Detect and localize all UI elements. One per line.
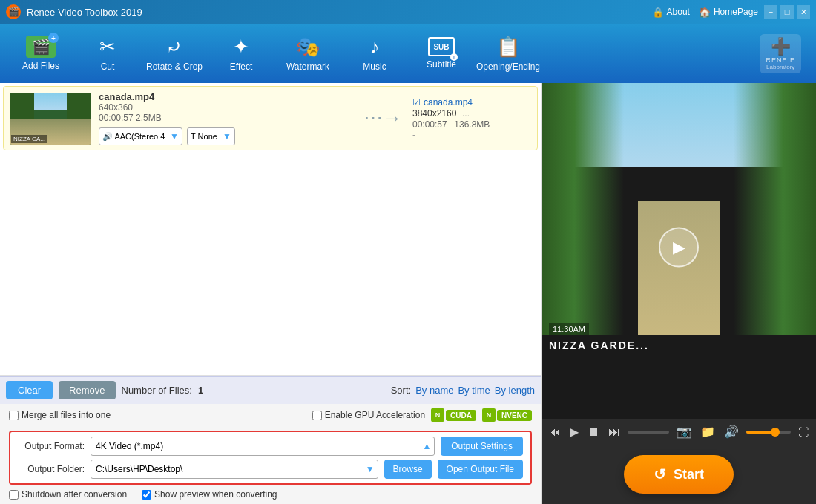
preview-checkbox-label[interactable]: Show preview when converting — [142, 489, 277, 500]
file-dims: 640x360 — [99, 102, 353, 113]
output-folder-select-wrapper: C:\Users\HP\Desktop\ ▼ — [91, 460, 378, 479]
subtitle-select[interactable]: T None — [187, 127, 235, 145]
preview-checkbox[interactable] — [142, 490, 151, 500]
audio-select[interactable]: 🔊 AAC(Stereo 4 — [99, 127, 182, 145]
toolbar-item-rotate-crop[interactable]: ⤾ Rotate & Crop — [141, 27, 208, 79]
video-play-button[interactable]: ▶ — [659, 227, 699, 267]
toolbar-label-cut: Cut — [101, 62, 115, 72]
window-controls: − □ ✕ — [764, 5, 810, 19]
cut-icon: ✂ — [99, 36, 116, 59]
toolbar-item-effect[interactable]: ✦ Effect — [208, 27, 274, 79]
video-background: ▶ 11:30AM NIZZA GARDE... — [542, 83, 816, 419]
right-panel: ▶ 11:30AM NIZZA GARDE... ⏮ ▶ ⏹ ⏭ 📷 📁 🔊 ⛶ — [542, 83, 816, 504]
thumb-label: NIZZA GA... — [11, 135, 47, 143]
start-area: ↺ Start — [542, 445, 816, 504]
arrow-area: ⋯→ — [361, 107, 405, 130]
output-format-select[interactable]: 4K Video (*.mp4) — [91, 437, 435, 456]
progress-bar[interactable] — [628, 431, 669, 434]
output-info: ☑ canada.mp4 3840x2160 ... 00:00:57 136.… — [412, 97, 531, 140]
output-format-row: Output Format: 4K Video (*.mp4) ▲ Output… — [18, 437, 523, 456]
start-button[interactable]: ↺ Start — [624, 455, 734, 494]
video-trees-left — [542, 83, 624, 335]
app-logo: 🎬 — [6, 4, 21, 19]
output-filename: canada.mp4 — [424, 97, 473, 107]
fullscreen-button[interactable]: ⛶ — [797, 425, 810, 440]
output-format-select-wrapper: 4K Video (*.mp4) ▲ — [91, 437, 435, 456]
toolbar-label-opening-ending: Opening/Ending — [476, 62, 540, 72]
volume-slider[interactable] — [746, 431, 791, 434]
app-title: Renee Video Toolbox 2019 — [27, 7, 652, 18]
output-dash: - — [412, 130, 531, 140]
gpu-label: Enable GPU Acceleration — [325, 410, 425, 420]
cuda-badge[interactable]: CUDA — [446, 410, 476, 421]
add-files-icon: 🎬 + — [26, 36, 56, 58]
video-location-overlay: NIZZA GARDE... — [549, 339, 649, 351]
next-button[interactable]: ⏭ — [607, 424, 622, 440]
open-output-button[interactable]: Open Output File — [438, 460, 523, 479]
sort-by-length[interactable]: By length — [495, 385, 535, 396]
effect-icon: ✦ — [233, 36, 249, 59]
merge-gpu-row: Merge all files into one Enable GPU Acce… — [0, 404, 541, 426]
toolbar-item-opening-ending[interactable]: 📋 Opening/Ending — [475, 27, 542, 79]
sort-label: Sort: — [391, 385, 411, 396]
toolbar-label-music: Music — [363, 62, 386, 72]
clear-button[interactable]: Clear — [6, 381, 53, 399]
output-duration-size: 00:00:57 136.8MB — [412, 119, 531, 130]
toolbar-label-add-files: Add Files — [22, 61, 59, 71]
file-list-area: NIZZA GA... canada.mp4 640x360 00:00:57 … — [0, 83, 541, 376]
stop-button[interactable]: ⏹ — [586, 424, 601, 440]
homepage-link[interactable]: HomePage — [714, 7, 758, 17]
left-panel: NIZZA GA... canada.mp4 640x360 00:00:57 … — [0, 83, 542, 504]
output-settings-button[interactable]: Output Settings — [441, 437, 523, 456]
video-preview: ▶ 11:30AM NIZZA GARDE... — [542, 83, 816, 419]
video-trees-right — [734, 83, 816, 335]
output-dims: 3840x2160 ... — [412, 107, 531, 119]
shutdown-preview-row: Shutdown after conversion Show preview w… — [0, 489, 541, 504]
merge-checkbox[interactable] — [9, 411, 19, 420]
sort-by-time[interactable]: By time — [458, 385, 490, 396]
audio-select-wrapper: 🔊 AAC(Stereo 4 ▼ — [99, 127, 182, 145]
screenshot-button[interactable]: 📷 — [675, 423, 693, 440]
nvenc-badge[interactable]: NVENC — [497, 410, 532, 421]
toolbar-label-watermark: Watermark — [286, 62, 329, 72]
video-controls: ⏮ ▶ ⏹ ⏭ 📷 📁 🔊 ⛶ — [542, 419, 816, 445]
about-link[interactable]: About — [667, 7, 690, 17]
cuda-nvidia-icon: N — [431, 408, 444, 422]
play-pause-button[interactable]: ▶ — [568, 423, 580, 440]
file-duration: 00:00:57 2.5MB — [99, 113, 353, 123]
output-folder-row: Output Folder: C:\Users\HP\Desktop\ ▼ Br… — [18, 460, 523, 479]
toolbar-item-music[interactable]: ♪ Music — [341, 27, 408, 79]
file-count-label: Number of Files: — [122, 385, 192, 396]
file-info: canada.mp4 640x360 00:00:57 2.5MB 🔊 AAC(… — [99, 91, 353, 145]
browse-button[interactable]: Browse — [384, 460, 432, 479]
subtitle-select-wrapper: T None ▼ — [187, 127, 235, 145]
prev-button[interactable]: ⏮ — [547, 424, 562, 440]
toolbar-item-subtitle[interactable]: SUB T Subtitle — [408, 27, 475, 79]
output-folder-select[interactable]: C:\Users\HP\Desktop\ — [91, 460, 378, 479]
close-button[interactable]: ✕ — [797, 5, 810, 19]
merge-checkbox-label[interactable]: Merge all files into one — [9, 410, 111, 420]
gpu-badges: N CUDA N NVENC — [431, 408, 532, 422]
rotate-crop-icon: ⤾ — [166, 36, 182, 59]
sort-area: Sort: By name By time By length — [391, 385, 535, 396]
file-item: NIZZA GA... canada.mp4 640x360 00:00:57 … — [3, 86, 538, 150]
shutdown-checkbox-label[interactable]: Shutdown after conversion — [9, 489, 127, 500]
minimize-button[interactable]: − — [764, 5, 777, 19]
toolbar-item-watermark[interactable]: 🎭 Watermark — [274, 27, 341, 79]
sort-by-name[interactable]: By name — [415, 385, 453, 396]
gpu-checkbox-label[interactable]: Enable GPU Acceleration — [312, 410, 425, 420]
toolbar-label-subtitle: Subtitle — [427, 59, 456, 70]
music-icon: ♪ — [370, 36, 380, 59]
title-bar: 🎬 Renee Video Toolbox 2019 🔒 About 🏠 Hom… — [0, 0, 816, 24]
remove-button[interactable]: Remove — [59, 381, 115, 399]
maximize-button[interactable]: □ — [780, 5, 794, 19]
gpu-checkbox[interactable] — [312, 411, 322, 420]
toolbar-label-effect: Effect — [230, 62, 252, 72]
volume-button[interactable]: 🔊 — [723, 423, 740, 440]
shutdown-checkbox[interactable] — [9, 490, 19, 500]
file-name: canada.mp4 — [99, 91, 353, 102]
main-toolbar: 🎬 + Add Files ✂ Cut ⤾ Rotate & Crop ✦ Ef… — [0, 24, 816, 83]
toolbar-item-cut[interactable]: ✂ Cut — [74, 27, 141, 79]
folder-button[interactable]: 📁 — [699, 423, 717, 440]
toolbar-item-add-files[interactable]: 🎬 + Add Files — [7, 27, 74, 79]
